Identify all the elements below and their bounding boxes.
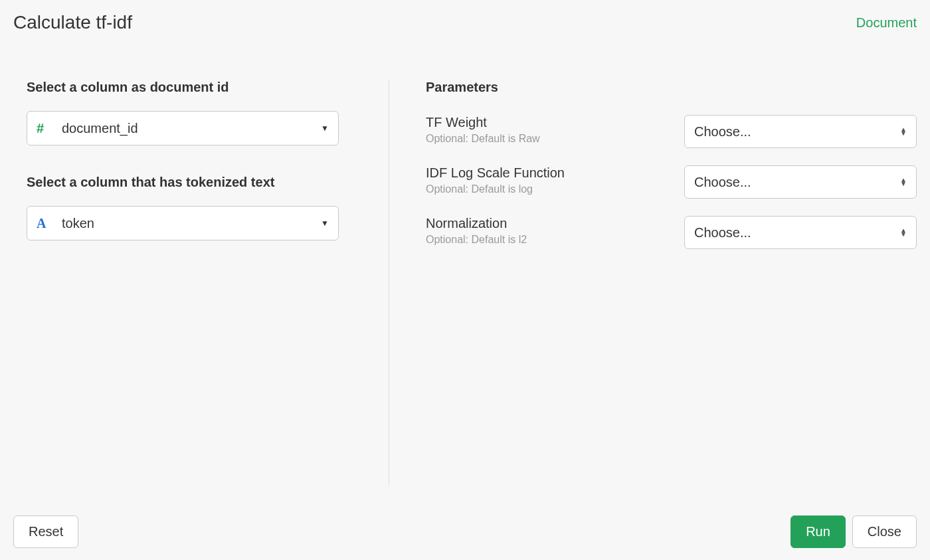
select-placeholder: Choose... [694, 225, 751, 240]
chevron-down-icon: ▼ [321, 219, 329, 228]
normalization-sub: Optional: Default is l2 [426, 234, 684, 246]
token-value: token [62, 216, 321, 231]
close-button[interactable]: Close [852, 515, 917, 548]
normalization-label: Normalization [426, 216, 684, 231]
sort-icon: ▲▼ [900, 178, 907, 186]
tf-weight-select[interactable]: Choose... ▲▼ [684, 115, 917, 148]
select-placeholder: Choose... [694, 124, 751, 140]
tf-weight-label: TF Weight [426, 115, 684, 130]
token-column-select[interactable]: A token ▼ [27, 206, 339, 240]
right-panel: Parameters TF Weight Optional: Default i… [389, 80, 917, 485]
left-panel: Select a column as document id # documen… [27, 80, 389, 485]
text-column-icon: A [37, 216, 52, 231]
normalization-select[interactable]: Choose... ▲▼ [684, 216, 917, 249]
reset-button[interactable]: Reset [13, 515, 78, 548]
doc-id-label: Select a column as document id [27, 80, 362, 95]
document-link[interactable]: Document [856, 15, 917, 31]
chevron-down-icon: ▼ [321, 124, 329, 133]
page-title: Calculate tf-idf [13, 12, 132, 33]
idf-log-label: IDF Log Scale Function [426, 165, 684, 181]
number-column-icon: # [37, 121, 52, 136]
run-button[interactable]: Run [790, 515, 846, 548]
doc-id-column-select[interactable]: # document_id ▼ [27, 111, 339, 145]
doc-id-value: document_id [62, 121, 321, 136]
sort-icon: ▲▼ [900, 128, 907, 136]
idf-log-select[interactable]: Choose... ▲▼ [684, 165, 917, 199]
token-column-label: Select a column that has tokenized text [27, 175, 362, 190]
idf-log-sub: Optional: Default is log [426, 183, 684, 195]
parameters-heading: Parameters [426, 80, 917, 95]
select-placeholder: Choose... [694, 175, 751, 190]
tf-weight-sub: Optional: Default is Raw [426, 133, 684, 145]
sort-icon: ▲▼ [900, 229, 907, 236]
